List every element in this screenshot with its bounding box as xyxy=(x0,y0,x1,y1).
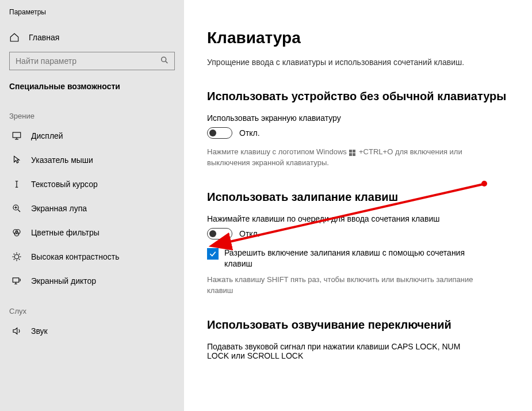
windows-logo-icon xyxy=(349,149,356,156)
svg-point-30 xyxy=(481,181,487,187)
checkbox-label: Разрешить включение залипания клавиш с п… xyxy=(224,248,483,270)
sidebar-item-text-cursor[interactable]: Текстовый курсор xyxy=(0,172,184,196)
search-icon xyxy=(160,56,169,67)
sidebar-item-color-filters[interactable]: Цветные фильтры xyxy=(0,220,184,245)
page-title: Клавиатура xyxy=(207,29,509,47)
home-label: Главная xyxy=(29,33,59,42)
narrator-icon xyxy=(12,276,22,286)
svg-line-20 xyxy=(14,259,15,260)
setting-label: Использовать экранную клавиатуру xyxy=(207,113,509,123)
svg-rect-22 xyxy=(13,278,19,283)
text-cursor-icon xyxy=(12,179,22,189)
svg-line-21 xyxy=(19,254,20,255)
sidebar-item-mouse-pointer[interactable]: Указатель мыши xyxy=(0,148,184,172)
toggle-sticky-keys[interactable] xyxy=(207,228,232,239)
search-input[interactable] xyxy=(9,52,175,70)
svg-rect-26 xyxy=(353,150,355,153)
home-icon xyxy=(9,32,20,43)
svg-rect-25 xyxy=(349,150,352,153)
home-button[interactable]: Главная xyxy=(0,26,184,48)
svg-point-0 xyxy=(162,57,166,62)
toggle-onscreen-keyboard[interactable] xyxy=(207,127,232,139)
sidebar-item-high-contrast[interactable]: Высокая контрастность xyxy=(0,245,184,269)
section-heading: Использовать озвучивание переключений xyxy=(207,317,509,333)
svg-line-1 xyxy=(166,62,167,63)
svg-rect-28 xyxy=(353,153,355,156)
sidebar-item-label: Указатель мыши xyxy=(31,155,93,165)
hint-text: Нажать клавишу SHIFT пять раз, чтобы вкл… xyxy=(207,275,483,296)
high-contrast-icon xyxy=(12,252,22,262)
checkbox-sticky-shortcut[interactable] xyxy=(207,248,219,260)
sidebar-item-label: Высокая контрастность xyxy=(31,252,119,261)
color-filters-icon xyxy=(12,227,22,238)
page-subtitle: Упрощение ввода с клавиатуры и использов… xyxy=(207,58,509,67)
hint-text: Нажмите клавишу с логотипом Windows +CTR… xyxy=(207,147,472,169)
sidebar-item-label: Дисплей xyxy=(31,131,63,140)
svg-line-18 xyxy=(14,254,15,255)
toggle-state-label: Откл. xyxy=(239,128,260,138)
svg-rect-2 xyxy=(13,132,21,138)
search-wrap xyxy=(9,52,175,70)
sidebar-item-magnifier[interactable]: Экранная лупа xyxy=(0,196,184,220)
svg-point-13 xyxy=(14,254,19,259)
setting-label: Нажимайте клавиши по очереди для ввода с… xyxy=(207,214,509,223)
svg-rect-27 xyxy=(349,153,352,156)
section-toggle-keys: Использовать озвучивание переключений По… xyxy=(207,317,509,360)
monitor-icon xyxy=(12,131,22,141)
toggle-state-label: Откл. xyxy=(239,229,260,238)
audio-icon xyxy=(12,326,22,336)
section-heading: Использовать устройство без обычной клав… xyxy=(207,89,509,104)
magnifier-icon xyxy=(12,203,22,214)
category-hearing: Слух xyxy=(0,293,184,319)
category-vision: Зрение xyxy=(0,98,184,124)
section-heading: Использовать залипание клавиш xyxy=(207,189,509,205)
sidebar-item-audio[interactable]: Звук xyxy=(0,319,184,343)
app-title: Параметры xyxy=(0,8,184,26)
sidebar-item-display[interactable]: Дисплей xyxy=(0,124,184,148)
sidebar-item-label: Экранная лупа xyxy=(31,204,87,213)
svg-line-9 xyxy=(18,210,20,212)
section-title: Специальные возможности xyxy=(0,82,184,98)
section-sticky-keys: Использовать залипание клавиш Нажимайте … xyxy=(207,189,509,296)
sidebar-item-narrator[interactable]: Экранный диктор xyxy=(0,269,184,293)
sidebar-item-label: Экранный диктор xyxy=(31,276,96,286)
sidebar: Параметры Главная Специальные возможност… xyxy=(0,0,184,411)
sidebar-item-label: Звук xyxy=(31,326,48,336)
svg-line-19 xyxy=(19,259,20,260)
pointer-icon xyxy=(12,155,22,165)
setting-label: Подавать звуковой сигнал при нажатии кла… xyxy=(207,342,472,360)
sidebar-item-label: Текстовый курсор xyxy=(31,180,98,189)
main-content: Клавиатура Упрощение ввода с клавиатуры … xyxy=(184,0,532,411)
section-onscreen-keyboard: Использовать устройство без обычной клав… xyxy=(207,89,509,169)
sidebar-item-label: Цветные фильтры xyxy=(31,228,99,237)
